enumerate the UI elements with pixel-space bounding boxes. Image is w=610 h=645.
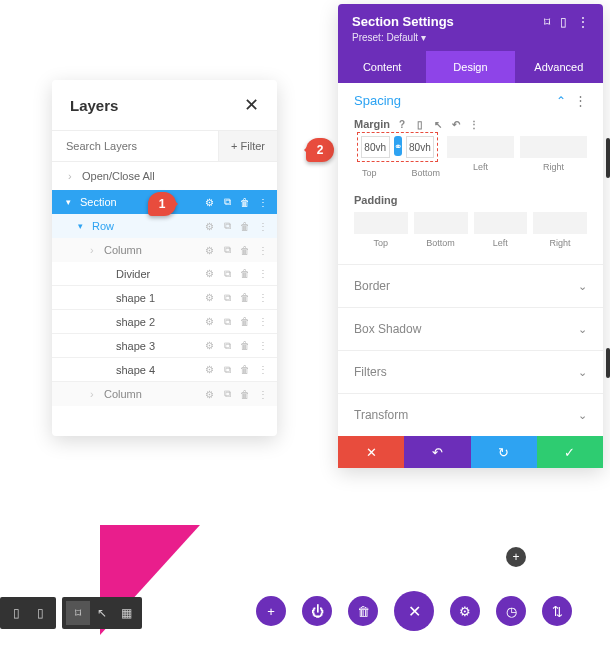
scrollbar-thumb[interactable] bbox=[606, 138, 610, 178]
padding-left-input[interactable] bbox=[474, 212, 528, 234]
chevron-down-icon: ⌄ bbox=[578, 280, 587, 293]
gear-icon[interactable]: ⚙ bbox=[201, 386, 217, 402]
gear-icon[interactable]: ⚙ bbox=[201, 194, 217, 210]
wireframe-icon[interactable]: ⌑ bbox=[66, 601, 90, 625]
trash-icon[interactable]: 🗑 bbox=[237, 218, 253, 234]
dots-icon[interactable]: ⋮ bbox=[255, 362, 271, 378]
dots-icon[interactable]: ⋮ bbox=[255, 194, 271, 210]
accordion-transform[interactable]: Transform⌄ bbox=[338, 393, 603, 436]
trash-button[interactable]: 🗑 bbox=[348, 596, 378, 626]
scrollbar-thumb[interactable] bbox=[606, 348, 610, 378]
gear-icon[interactable]: ⚙ bbox=[201, 242, 217, 258]
gear-icon[interactable]: ⚙ bbox=[201, 290, 217, 306]
layer-column[interactable]: Column ⚙ ⧉ 🗑 ⋮ bbox=[52, 238, 277, 262]
dots-icon[interactable]: ⋮ bbox=[255, 266, 271, 282]
duplicate-icon[interactable]: ⧉ bbox=[219, 290, 235, 306]
settings-header: Section Settings ⌑ ▯ ⋮ Preset: Default ▾ bbox=[338, 4, 603, 51]
layer-module[interactable]: shape 4⚙⧉🗑⋮ bbox=[52, 358, 277, 382]
preset-selector[interactable]: Preset: Default ▾ bbox=[352, 29, 589, 51]
search-input[interactable] bbox=[52, 131, 218, 161]
accordion-border[interactable]: Border⌄ bbox=[338, 264, 603, 307]
close-icon[interactable]: ✕ bbox=[244, 94, 259, 116]
grid-icon[interactable]: ▦ bbox=[114, 601, 138, 625]
trash-icon[interactable]: 🗑 bbox=[237, 314, 253, 330]
open-close-all[interactable]: Open/Close All bbox=[52, 162, 277, 190]
duplicate-icon[interactable]: ⧉ bbox=[219, 386, 235, 402]
settings-title: Section Settings bbox=[352, 14, 454, 29]
expand-icon[interactable]: ⌑ bbox=[544, 15, 550, 29]
cancel-button[interactable]: ✕ bbox=[338, 436, 404, 468]
layer-module[interactable]: Divider⚙⧉🗑⋮ bbox=[52, 262, 277, 286]
add-button[interactable]: + bbox=[256, 596, 286, 626]
duplicate-icon[interactable]: ⧉ bbox=[219, 362, 235, 378]
layer-module[interactable]: shape 3⚙⧉🗑⋮ bbox=[52, 334, 277, 358]
duplicate-icon[interactable]: ⧉ bbox=[219, 242, 235, 258]
gear-icon[interactable]: ⚙ bbox=[201, 314, 217, 330]
add-fab[interactable]: + bbox=[506, 547, 526, 567]
dots-icon[interactable]: ⋮ bbox=[255, 242, 271, 258]
dots-icon[interactable]: ⋮ bbox=[255, 290, 271, 306]
reset-icon[interactable]: ↶ bbox=[450, 118, 462, 130]
padding-top-input[interactable] bbox=[354, 212, 408, 234]
tab-design[interactable]: Design bbox=[426, 51, 514, 83]
dots-icon[interactable]: ⋮ bbox=[468, 118, 480, 130]
accordion-boxshadow[interactable]: Box Shadow⌄ bbox=[338, 307, 603, 350]
grid-icon[interactable]: ▯ bbox=[560, 15, 567, 29]
dots-icon[interactable]: ⋮ bbox=[574, 93, 587, 108]
scrollbar[interactable] bbox=[606, 98, 610, 358]
layer-module[interactable]: shape 2⚙⧉🗑⋮ bbox=[52, 310, 277, 334]
layer-column[interactable]: Column ⚙⧉🗑⋮ bbox=[52, 382, 277, 406]
link-icon[interactable]: ⚭ bbox=[394, 136, 402, 156]
dots-icon[interactable]: ⋮ bbox=[255, 386, 271, 402]
layer-module[interactable]: shape 1⚙⧉🗑⋮ bbox=[52, 286, 277, 310]
gear-icon[interactable]: ⚙ bbox=[201, 218, 217, 234]
padding-right-input[interactable] bbox=[533, 212, 587, 234]
click-icon[interactable]: ↖ bbox=[90, 601, 114, 625]
sliders-button[interactable]: ⇅ bbox=[542, 596, 572, 626]
redo-button[interactable]: ↻ bbox=[471, 436, 537, 468]
trash-icon[interactable]: 🗑 bbox=[237, 194, 253, 210]
save-button[interactable]: ✓ bbox=[537, 436, 603, 468]
filter-button[interactable]: + Filter bbox=[218, 131, 277, 161]
margin-right-input[interactable] bbox=[520, 136, 587, 158]
close-big-button[interactable]: ✕ bbox=[394, 591, 434, 631]
accordion-filters[interactable]: Filters⌄ bbox=[338, 350, 603, 393]
tab-advanced[interactable]: Advanced bbox=[515, 51, 603, 83]
undo-button[interactable]: ↶ bbox=[404, 436, 470, 468]
padding-bottom-input[interactable] bbox=[414, 212, 468, 234]
layer-row[interactable]: Row ⚙ ⧉ 🗑 ⋮ bbox=[52, 214, 277, 238]
trash-icon[interactable]: 🗑 bbox=[237, 362, 253, 378]
trash-icon[interactable]: 🗑 bbox=[237, 266, 253, 282]
spacing-section[interactable]: Spacing ⌃⋮ bbox=[338, 83, 603, 118]
help-icon[interactable]: ? bbox=[396, 118, 408, 130]
tab-content[interactable]: Content bbox=[338, 51, 426, 83]
chevron-down-icon: ⌄ bbox=[578, 323, 587, 336]
cursor-icon[interactable]: ↖ bbox=[432, 118, 444, 130]
duplicate-icon[interactable]: ⧉ bbox=[219, 194, 235, 210]
duplicate-icon[interactable]: ⧉ bbox=[219, 266, 235, 282]
marker-2: 2 bbox=[306, 138, 334, 162]
margin-bottom-input[interactable]: 80vh bbox=[406, 136, 435, 158]
tablet-view-icon[interactable]: ▯ bbox=[28, 601, 52, 625]
margin-top-input[interactable]: 80vh bbox=[361, 136, 390, 158]
duplicate-icon[interactable]: ⧉ bbox=[219, 218, 235, 234]
trash-icon[interactable]: 🗑 bbox=[237, 386, 253, 402]
trash-icon[interactable]: 🗑 bbox=[237, 290, 253, 306]
tablet-icon[interactable]: ▯ bbox=[414, 118, 426, 130]
gear-icon[interactable]: ⚙ bbox=[201, 338, 217, 354]
desktop-view-icon[interactable]: ▯ bbox=[4, 601, 28, 625]
dots-icon[interactable]: ⋮ bbox=[255, 338, 271, 354]
duplicate-icon[interactable]: ⧉ bbox=[219, 338, 235, 354]
dots-icon[interactable]: ⋮ bbox=[255, 314, 271, 330]
duplicate-icon[interactable]: ⧉ bbox=[219, 314, 235, 330]
gear-icon[interactable]: ⚙ bbox=[201, 362, 217, 378]
trash-icon[interactable]: 🗑 bbox=[237, 338, 253, 354]
margin-left-input[interactable] bbox=[447, 136, 514, 158]
gear-icon[interactable]: ⚙ bbox=[201, 266, 217, 282]
history-button[interactable]: ◷ bbox=[496, 596, 526, 626]
power-button[interactable]: ⏻ bbox=[302, 596, 332, 626]
gear-button[interactable]: ⚙ bbox=[450, 596, 480, 626]
trash-icon[interactable]: 🗑 bbox=[237, 242, 253, 258]
dots-icon[interactable]: ⋮ bbox=[577, 15, 589, 29]
dots-icon[interactable]: ⋮ bbox=[255, 218, 271, 234]
